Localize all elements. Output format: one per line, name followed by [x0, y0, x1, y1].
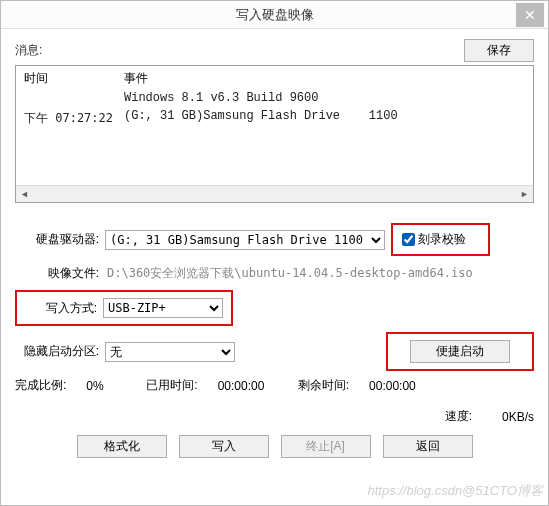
log-body: 下午 07:27:22 Windows 8.1 v6.3 Build 9600 …: [16, 89, 533, 185]
stop-button[interactable]: 终止[A]: [281, 435, 371, 458]
remain-label: 剩余时间:: [298, 377, 349, 394]
scrollbar-horizontal[interactable]: ◄ ►: [16, 185, 533, 202]
highlight-verify: 刻录校验: [391, 223, 490, 256]
iso-path: D:\360安全浏览器下载\ubuntu-14.04.5-desktop-amd…: [107, 265, 473, 282]
col-event-header: 事件: [124, 70, 525, 87]
verify-label: 刻录校验: [418, 231, 466, 248]
back-button[interactable]: 返回: [383, 435, 473, 458]
progress-label: 完成比例:: [15, 377, 66, 394]
verify-checkbox-wrap[interactable]: 刻录校验: [398, 230, 466, 249]
speed-value: 0KB/s: [502, 410, 534, 424]
quick-boot-button[interactable]: 便捷启动: [410, 340, 510, 363]
write-mode-select[interactable]: USB-ZIP+: [103, 298, 223, 318]
scroll-track[interactable]: [33, 186, 516, 202]
highlight-write-mode: 写入方式: USB-ZIP+: [15, 290, 233, 326]
elapsed-value: 00:00:00: [218, 379, 298, 393]
close-icon: ✕: [524, 7, 536, 23]
close-button[interactable]: ✕: [516, 3, 544, 27]
content-area: 消息: 保存 时间 事件 下午 07:27:22 Windows 8.1 v6.…: [1, 29, 548, 505]
drive-label: 硬盘驱动器:: [15, 231, 105, 248]
elapsed-label: 已用时间:: [146, 377, 197, 394]
hidden-select[interactable]: 无: [105, 342, 235, 362]
write-button[interactable]: 写入: [179, 435, 269, 458]
remain-value: 00:00:00: [369, 379, 416, 393]
hidden-label: 隐藏启动分区:: [15, 343, 105, 360]
iso-label: 映像文件:: [15, 265, 105, 282]
col-time-header: 时间: [24, 70, 124, 87]
save-button[interactable]: 保存: [464, 39, 534, 62]
log-header: 时间 事件: [16, 66, 533, 89]
log-area[interactable]: 时间 事件 下午 07:27:22 Windows 8.1 v6.3 Build…: [15, 65, 534, 203]
write-mode-label: 写入方式:: [25, 300, 103, 317]
format-button[interactable]: 格式化: [77, 435, 167, 458]
verify-checkbox[interactable]: [402, 233, 415, 246]
highlight-quick-boot: 便捷启动: [386, 332, 534, 371]
drive-select[interactable]: (G:, 31 GB)Samsung Flash Drive 1100: [105, 230, 385, 250]
footer-buttons: 格式化 写入 终止[A] 返回: [15, 425, 534, 470]
scroll-right-icon[interactable]: ►: [516, 186, 533, 202]
message-label: 消息:: [15, 42, 42, 59]
progress-value: 0%: [86, 379, 146, 393]
log-time-0: 下午 07:27:22: [24, 110, 113, 127]
form-area: 硬盘驱动器: (G:, 31 GB)Samsung Flash Drive 11…: [15, 223, 534, 425]
window-title: 写入硬盘映像: [1, 6, 548, 24]
speed-label: 速度:: [445, 408, 472, 425]
scroll-left-icon[interactable]: ◄: [16, 186, 33, 202]
titlebar: 写入硬盘映像 ✕: [1, 1, 548, 29]
dialog-window: 写入硬盘映像 ✕ 消息: 保存 时间 事件 下午 07:27:22 Window…: [0, 0, 549, 506]
